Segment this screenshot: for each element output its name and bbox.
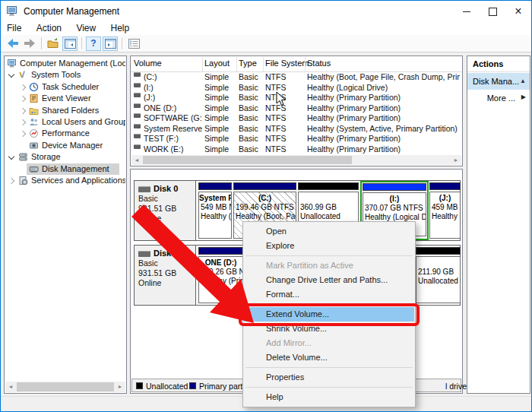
tree-item-system-tools[interactable]: System Tools: [5, 69, 125, 81]
scrollbar-thumb[interactable]: [17, 382, 114, 391]
tree-item-shared-folders[interactable]: Shared Folders: [5, 105, 125, 116]
partition-unallocated-disk1[interactable]: 211.90 GBUnallocated: [416, 247, 461, 303]
minimize-button[interactable]: [454, 1, 480, 22]
actions-header: Actions: [473, 59, 503, 68]
menu-item-help[interactable]: Help: [244, 390, 414, 404]
disk0-label[interactable]: Disk 0 Basic 931.51 GB Online: [135, 181, 196, 240]
menu-separator: [245, 304, 413, 305]
shared-folders-icon: [29, 106, 39, 116]
more-actions[interactable]: More ... ▶: [467, 90, 530, 106]
chevron-open-icon[interactable]: [8, 154, 14, 160]
menu-item-explore[interactable]: Explore: [244, 239, 414, 253]
toolbar-separator: [81, 37, 82, 49]
show-console-tree-button[interactable]: [62, 36, 78, 51]
menu-item-open[interactable]: Open: [244, 224, 414, 239]
col-file-system[interactable]: File System: [265, 59, 309, 68]
column-separator: [202, 57, 203, 71]
tree-item-device-manager[interactable]: Device Manager: [5, 140, 125, 151]
volume-row[interactable]: ONE (D:)SimpleBasicNTFSHealthy (Primary …: [131, 103, 461, 114]
menu-item-properties[interactable]: Properties: [244, 370, 414, 385]
partition-system-reserved[interactable]: System Reserved549 MB NTFSHealthy (Syste…: [198, 182, 232, 239]
back-button[interactable]: [5, 36, 21, 51]
menu-help[interactable]: Help: [105, 22, 136, 34]
device-manager-icon: [29, 141, 39, 151]
volume-row[interactable]: SOFTWARE (G:)SimpleBasicNTFSHealthy (Pri…: [131, 113, 461, 124]
scroll-left-icon[interactable]: ◄: [5, 382, 16, 392]
computer-icon: [8, 59, 17, 68]
chevron-collapsed-icon[interactable]: [20, 96, 26, 102]
chevron-collapsed-icon[interactable]: [20, 108, 26, 114]
properties-button[interactable]: [126, 36, 141, 51]
disk0-size: 931.51 GB: [138, 204, 195, 214]
local-users-icon: [29, 117, 39, 127]
forward-button[interactable]: [22, 36, 37, 51]
tree-item-computer-management[interactable]: Computer Management (Local): [5, 58, 125, 69]
system-tools-icon: [18, 70, 28, 80]
volume-icon: [134, 134, 141, 138]
col-volume[interactable]: Volume: [134, 59, 162, 68]
disk1-status: Online: [138, 278, 195, 288]
scroll-right-icon[interactable]: ►: [451, 155, 461, 165]
tree-item-disk-management[interactable]: Disk Management: [5, 163, 125, 175]
disk0-name: Disk 0: [138, 184, 195, 194]
volume-row[interactable]: (J:)SimpleBasicNTFSHealthy (Primary Part…: [131, 93, 461, 103]
volume-row[interactable]: WORK (E:)SimpleBasicNTFSHealthy (Primary…: [131, 144, 461, 155]
volume-row[interactable]: (I:)SimpleBasicNTFSHealthy (Logical Driv…: [131, 83, 461, 93]
scrollbar-thumb[interactable]: [143, 156, 352, 164]
partition-color-band: [363, 183, 426, 191]
tree-horizontal-scrollbar[interactable]: ◄ ►: [5, 382, 125, 392]
toolbar-separator: [122, 37, 122, 49]
services-applications-icon: [18, 176, 28, 185]
menu-item-format[interactable]: Format...: [244, 287, 414, 302]
properties-icon: [128, 39, 140, 49]
volume-row[interactable]: (C:)SimpleBasicNTFSHealthy (Boot, Page F…: [131, 72, 461, 83]
chevron-open-icon[interactable]: [8, 71, 14, 78]
chevron-collapsed-icon[interactable]: [20, 84, 26, 90]
partition-color-band: [233, 182, 296, 190]
tree-item-services-and-applications[interactable]: Services and Applications: [5, 175, 125, 186]
menu-item-extend-volume[interactable]: Extend Volume...: [244, 307, 414, 322]
partition-color-band: [198, 247, 243, 255]
tree-item-storage[interactable]: Storage: [5, 151, 125, 163]
scroll-left-icon[interactable]: ◄: [131, 155, 142, 165]
submenu-arrow-icon: ▶: [521, 93, 526, 100]
partition-j[interactable]: (J:)459 MB NTFSHealthy (Primary Partitio…: [429, 182, 461, 239]
list-horizontal-scrollbar[interactable]: ◄ ►: [131, 155, 461, 165]
disk1-kind: Basic: [138, 258, 195, 268]
close-button[interactable]: ×: [505, 1, 531, 22]
tree-item-local-users-and-groups[interactable]: Local Users and Groups: [5, 116, 125, 128]
col-layout[interactable]: Layout: [204, 59, 230, 68]
help-button[interactable]: ?: [86, 36, 101, 51]
volume-row[interactable]: TEST (F:)SimpleBasicNTFSHealthy (Primary…: [131, 134, 461, 144]
maximize-button[interactable]: [480, 1, 505, 22]
chevron-collapsed-icon[interactable]: [20, 131, 26, 137]
tree-item-event-viewer[interactable]: Event Viewer: [5, 93, 125, 104]
tree-item-task-scheduler[interactable]: Task Scheduler: [5, 81, 125, 93]
disk1-size: 931.51 GB: [138, 268, 195, 278]
menu-item-delete-volume[interactable]: Delete Volume...: [244, 350, 414, 365]
scroll-right-icon[interactable]: ►: [115, 382, 125, 392]
menu-separator: [245, 367, 413, 368]
col-status[interactable]: Status: [307, 59, 331, 68]
legend-unallocated-label: Unallocated: [146, 382, 188, 391]
volume-icon: [134, 103, 141, 108]
disk-management-actions-group[interactable]: Disk Mana... ▲: [467, 73, 530, 90]
menu-item-shrink-volume[interactable]: Shrink Volume...: [244, 322, 414, 336]
tree-item-performance[interactable]: Performance: [5, 128, 125, 139]
disk1-label[interactable]: Disk 1 Basic 931.51 GB Online: [135, 246, 196, 305]
volume-row[interactable]: System ReservedSimpleBasicNTFSHealthy (S…: [131, 124, 461, 135]
chevron-collapsed-icon[interactable]: [20, 119, 26, 125]
menu-item-change-drive-letter[interactable]: Change Drive Letter and Paths...: [244, 273, 414, 287]
menu-action[interactable]: Action: [30, 22, 68, 34]
show-action-pane-button[interactable]: [103, 36, 118, 51]
menu-file[interactable]: File: [1, 22, 27, 34]
export-list-button[interactable]: [46, 36, 61, 51]
chevron-collapsed-icon[interactable]: [8, 178, 14, 184]
volume-icon: [134, 124, 141, 128]
disk-icon: [138, 251, 150, 257]
menu-view[interactable]: View: [70, 22, 102, 34]
collapse-icon[interactable]: ▲: [520, 78, 526, 84]
col-type[interactable]: Type: [239, 59, 257, 68]
partition-one-d[interactable]: ONE (D:)370.26 GB NTFSHealthy (Primary P…: [198, 247, 243, 303]
close-icon: ×: [515, 5, 521, 17]
